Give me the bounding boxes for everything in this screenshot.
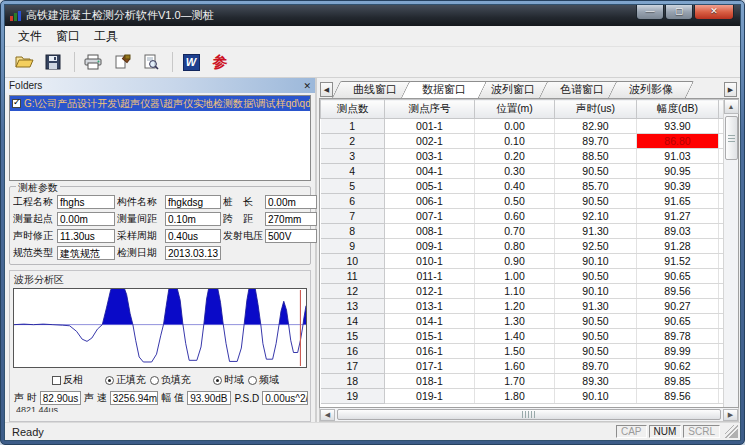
table-cell[interactable]: 1.70 [475,374,555,389]
table-cell[interactable]: 12 [321,284,385,299]
column-header[interactable]: 测点数 [321,100,385,119]
column-header[interactable]: 位置(m) [475,100,555,119]
table-cell[interactable]: 16 [321,344,385,359]
table-cell[interactable]: 90.10 [555,284,637,299]
vertical-scrollbar[interactable]: ▲ [723,99,738,407]
tab-scroll-right-icon[interactable]: ▶ [724,82,737,97]
table-cell[interactable]: 0.00 [475,119,555,134]
table-cell[interactable]: 90.50 [555,344,637,359]
table-cell[interactable]: 90.27 [637,299,719,314]
table-cell[interactable]: 91.30 [555,224,637,239]
open-button[interactable] [11,50,37,74]
checkbox-checked-icon[interactable] [12,99,21,108]
table-cell[interactable]: 89.70 [555,359,637,374]
table-cell[interactable]: 90.50 [555,269,637,284]
column-header[interactable]: 幅度(dB) [637,100,719,119]
table-cell[interactable]: 90.10 [555,389,637,404]
table-cell[interactable]: 89.85 [637,374,719,389]
table-cell[interactable]: 3 [321,149,385,164]
save-button[interactable] [40,50,66,74]
table-cell[interactable]: 17 [321,359,385,374]
invert-checkbox[interactable]: 反相 [52,373,83,387]
table-cell[interactable]: 89.03 [637,224,719,239]
menu-file[interactable]: 文件 [11,27,49,46]
table-cell[interactable]: 6 [321,194,385,209]
table-cell[interactable]: 89.99 [637,344,719,359]
column-header[interactable]: 声时(us) [555,100,637,119]
table-cell[interactable]: 012-1 [385,284,475,299]
scroll-right-icon[interactable]: ▶ [723,409,738,421]
table-cell[interactable]: 13 [321,299,385,314]
table-cell[interactable]: 0.60 [475,209,555,224]
title-bar[interactable]: 高铁建混凝土检测分析软件V1.0—测桩 — ▢ ✕ [5,5,740,26]
table-cell[interactable]: 90.50 [555,329,637,344]
table-cell[interactable]: 90.95 [637,164,719,179]
param-value-field[interactable]: 11.30us [57,229,115,243]
table-cell[interactable]: 009-1 [385,239,475,254]
param-value-field[interactable]: 建筑规范 [57,246,115,260]
param-value-field[interactable]: 270mm [265,212,317,226]
table-cell[interactable]: 90.50 [555,194,637,209]
table-row[interactable]: 1001-10.0082.9093.903256.940.00 [321,119,724,134]
table-cell[interactable]: 90.50 [555,314,637,329]
table-cell[interactable]: 0.80 [475,239,555,254]
table-row[interactable]: 17017-11.6089.7090.623010.036.40 [321,359,724,374]
table-cell[interactable]: 91.65 [637,194,719,209]
table-cell[interactable]: 1.80 [475,389,555,404]
minimize-button[interactable]: — [636,5,664,20]
table-row[interactable]: 7007-10.6092.1091.272931.6025.6 [321,209,724,224]
table-cell[interactable]: 0.50 [475,194,555,209]
tab-wavetrain-image[interactable]: 波列影像 [612,81,690,98]
table-cell[interactable]: 92.10 [555,209,637,224]
negative-fill-radio[interactable]: 负填充 [150,373,191,387]
table-row[interactable]: 18018-11.7089.3089.853023.521.60 [321,374,724,389]
param-value-field[interactable]: fhgkdsg [165,195,221,209]
table-cell[interactable]: 85.70 [555,179,637,194]
table-cell[interactable]: 0.70 [475,224,555,239]
tab-data-window[interactable]: 数据窗口 [405,81,483,98]
table-cell[interactable]: 1.40 [475,329,555,344]
table-cell[interactable]: 016-1 [385,344,475,359]
param-value-field[interactable]: 500V [265,229,317,243]
close-button[interactable]: ✕ [694,5,734,20]
param-value-field[interactable]: fhghs [57,195,115,209]
table-cell[interactable]: 2 [321,134,385,149]
highlighted-cell[interactable]: 86.80 [637,134,719,149]
table-cell[interactable]: 89.78 [637,329,719,344]
table-row[interactable]: 12012-11.1090.1089.562996.671.60 [321,284,724,299]
table-cell[interactable]: 1.10 [475,284,555,299]
table-cell[interactable]: 90.10 [555,254,637,269]
table-cell[interactable]: 90.50 [555,164,637,179]
table-cell[interactable]: 91.30 [555,299,637,314]
table-cell[interactable]: 7 [321,209,385,224]
table-cell[interactable]: 5 [321,179,385,194]
amplitude-field[interactable]: 93.90dB [187,391,231,405]
table-cell[interactable]: 1.60 [475,359,555,374]
table-cell[interactable]: 006-1 [385,194,475,209]
table-cell[interactable]: 89.30 [555,374,637,389]
horizontal-scrollbar[interactable]: ◀ ▶ [319,408,739,422]
table-cell[interactable]: 004-1 [385,164,475,179]
table-cell[interactable]: 91.27 [637,209,719,224]
table-row[interactable]: 4004-10.3090.5090.952983.4340.0 [321,164,724,179]
folder-list-item[interactable]: G:\公司产品设计开发\超声仪器\超声仪实地检测数据\调试样qd\qd03\qd… [10,96,310,111]
table-cell[interactable]: 013-1 [385,299,475,314]
param-value-field[interactable]: 0.00m [265,195,317,209]
resize-grip[interactable] [725,425,738,438]
menu-window[interactable]: 窗口 [49,27,87,46]
folders-list[interactable]: G:\公司产品设计开发\超声仪器\超声仪实地检测数据\调试样qd\qd03\qd… [9,95,311,181]
table-row[interactable]: 13013-11.2091.3090.272957.2814.4 [321,299,724,314]
table-row[interactable]: 9009-10.8092.5091.282918.9214.4 [321,239,724,254]
table-cell[interactable]: 90.65 [637,269,719,284]
table-cell[interactable]: 82.90 [555,119,637,134]
scroll-left-icon[interactable]: ◀ [320,409,335,421]
horizontal-scroll-thumb[interactable] [337,409,721,420]
table-cell[interactable]: 89.56 [637,389,719,404]
table-cell[interactable]: 014-1 [385,314,475,329]
table-row[interactable]: 14014-11.3090.5090.652983.436.40 [321,314,724,329]
table-cell[interactable]: 91.28 [637,239,719,254]
param-value-field[interactable]: 0.00m [57,212,115,226]
table-cell[interactable]: 017-1 [385,359,475,374]
table-cell[interactable]: 4 [321,164,385,179]
table-cell[interactable]: 011-1 [385,269,475,284]
